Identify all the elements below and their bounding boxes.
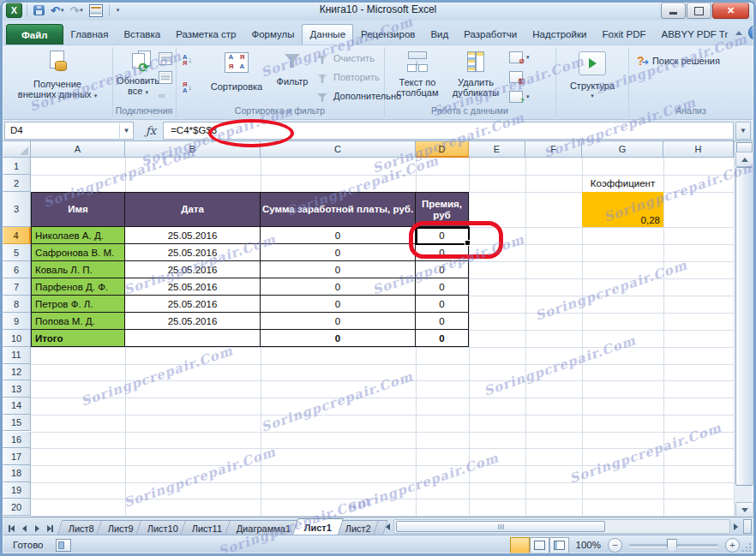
row-header-17[interactable]: 17 bbox=[3, 448, 31, 465]
row-header-12[interactable]: 12 bbox=[3, 364, 31, 381]
cell-salary-row9[interactable]: 0 bbox=[261, 313, 416, 330]
sheet-tab-Лист1[interactable]: Лист1 bbox=[292, 518, 345, 535]
row-header-11[interactable]: 11 bbox=[3, 347, 31, 364]
formula-input[interactable]: =C4*$G$3 bbox=[163, 122, 734, 140]
row-header-19[interactable]: 19 bbox=[3, 482, 31, 499]
zoom-in-button[interactable]: + bbox=[725, 538, 740, 553]
horizontal-scrollbar[interactable] bbox=[393, 519, 730, 534]
cell-name-row5[interactable]: Сафронова В. М. bbox=[31, 244, 125, 261]
clear-filter-button[interactable]: Очистить bbox=[315, 53, 375, 63]
edit-connections-button[interactable] bbox=[159, 71, 172, 84]
page-break-view-button[interactable] bbox=[549, 537, 569, 553]
column-header-E[interactable]: E bbox=[469, 141, 525, 158]
first-sheet-button[interactable] bbox=[6, 523, 17, 534]
expand-formula-bar-button[interactable]: ▼ bbox=[735, 122, 751, 140]
row-header-16[interactable]: 16 bbox=[3, 432, 31, 449]
row-header-9[interactable]: 9 bbox=[3, 313, 31, 330]
scroll-up-button[interactable] bbox=[735, 152, 753, 167]
vertical-scrollbar[interactable] bbox=[734, 141, 753, 517]
remove-duplicates-button[interactable]: Удалить дубликаты bbox=[447, 51, 504, 98]
column-header-G[interactable]: G bbox=[582, 141, 663, 158]
cell-bonus-row9[interactable]: 0 bbox=[416, 313, 469, 330]
cell-date-row4[interactable]: 25.05.2016 bbox=[125, 227, 261, 244]
cell-salary-row6[interactable]: 0 bbox=[261, 261, 416, 278]
cell-name-row7[interactable]: Парфенов Д. Ф. bbox=[31, 278, 125, 296]
zoom-out-button[interactable]: − bbox=[608, 538, 622, 553]
cell-name-row4[interactable]: Николаев А. Д. bbox=[31, 227, 125, 244]
tab-Надстройки[interactable]: Надстройки bbox=[525, 24, 594, 45]
tab-Разработчи[interactable]: Разработчи bbox=[456, 24, 525, 45]
cell-date-row7[interactable]: 25.05.2016 bbox=[125, 278, 261, 296]
cell-date-row8[interactable]: 25.05.2016 bbox=[125, 296, 261, 313]
edit-links-button[interactable]: ∞ bbox=[159, 90, 165, 100]
cell-total-date[interactable] bbox=[125, 330, 261, 347]
column-header-A[interactable]: A bbox=[31, 141, 125, 158]
zoom-slider-thumb[interactable] bbox=[667, 539, 677, 553]
row-header-5[interactable]: 5 bbox=[3, 244, 31, 261]
get-external-data-button[interactable]: Получение внешних данных ▾ bbox=[11, 51, 104, 101]
text-to-columns-button[interactable]: ↓ Текст по столбцам bbox=[391, 51, 444, 98]
row-header-18[interactable]: 18 bbox=[3, 465, 31, 482]
cell-date-row5[interactable]: 25.05.2016 bbox=[125, 244, 261, 261]
column-header-H[interactable]: H bbox=[663, 141, 734, 158]
collapse-ribbon-icon[interactable] bbox=[735, 31, 742, 35]
tab-Разметка стр[interactable]: Разметка стр bbox=[168, 24, 243, 45]
sort-ascending-button[interactable]: АЯ↓ bbox=[183, 54, 192, 66]
consolidate-button[interactable]: ◧ bbox=[509, 71, 523, 83]
tab-Foxit PDF[interactable]: Foxit PDF bbox=[594, 24, 653, 45]
tab-Формулы[interactable]: Формулы bbox=[243, 24, 302, 45]
help-icon[interactable]: ? bbox=[748, 25, 756, 40]
vertical-scroll-thumb[interactable] bbox=[735, 167, 753, 486]
row-header-15[interactable]: 15 bbox=[3, 415, 31, 432]
zoom-level[interactable]: 100% bbox=[576, 540, 601, 550]
refresh-all-button[interactable]: ⟳ Обновить все ▾ bbox=[116, 51, 160, 98]
table-header-name[interactable]: Имя bbox=[31, 192, 125, 227]
cell-bonus-row7[interactable]: 0 bbox=[416, 278, 469, 296]
worksheet-grid[interactable]: ABCDEFGH1234567891011121314151617181920К… bbox=[3, 141, 753, 517]
row-header-4[interactable]: 4 bbox=[3, 227, 31, 244]
macro-record-icon[interactable] bbox=[56, 539, 71, 552]
row-header-13[interactable]: 13 bbox=[3, 380, 31, 398]
selected-cell-D4[interactable] bbox=[416, 227, 470, 245]
cell-date-row6[interactable]: 25.05.2016 bbox=[125, 261, 261, 278]
cell-total-label[interactable]: Итого bbox=[31, 330, 125, 347]
outline-button[interactable]: Структура ▾ bbox=[566, 51, 619, 101]
scroll-right-button[interactable] bbox=[730, 520, 741, 533]
cell-total-salary[interactable]: 0 bbox=[261, 330, 416, 347]
next-sheet-button[interactable] bbox=[32, 523, 43, 534]
row-header-8[interactable]: 8 bbox=[3, 296, 31, 313]
row-header-2[interactable]: 2 bbox=[3, 175, 31, 192]
row-header-7[interactable]: 7 bbox=[3, 278, 31, 296]
cell-name-row6[interactable]: Коваль Л. П. bbox=[31, 261, 125, 278]
cell-bonus-row8[interactable]: 0 bbox=[416, 296, 469, 313]
tab-split-handle[interactable] bbox=[743, 519, 752, 534]
insert-function-icon[interactable]: ƒx bbox=[146, 124, 156, 137]
restore-button[interactable] bbox=[687, 3, 711, 19]
fill-handle[interactable] bbox=[465, 240, 471, 246]
cell-date-row9[interactable]: 25.05.2016 bbox=[125, 313, 261, 330]
tab-Главная[interactable]: Главная bbox=[63, 24, 117, 45]
tab-Вставка[interactable]: Вставка bbox=[116, 24, 168, 45]
reapply-filter-button[interactable]: Повторить bbox=[315, 72, 380, 82]
minimize-button[interactable] bbox=[661, 3, 686, 19]
data-validation-button[interactable]: ⊘▾ bbox=[509, 51, 530, 63]
table-header-bonus[interactable]: Премия, руб bbox=[416, 192, 469, 227]
select-all-corner[interactable] bbox=[3, 141, 31, 158]
tab-Вид[interactable]: Вид bbox=[423, 24, 456, 45]
column-header-D[interactable]: D bbox=[416, 141, 469, 158]
row-header-1[interactable]: 1 bbox=[3, 158, 31, 175]
tab-Данные[interactable]: Данные bbox=[302, 24, 353, 45]
table-header-date[interactable]: Дата bbox=[125, 192, 261, 227]
coefficient-label-cell[interactable]: Коэффициент bbox=[582, 175, 663, 192]
coefficient-value-cell[interactable]: 0,28 bbox=[582, 192, 663, 227]
cell-bonus-row5[interactable]: 0 bbox=[416, 244, 469, 261]
row-header-6[interactable]: 6 bbox=[3, 261, 31, 278]
solver-button[interactable]: ?➜ Поиск решения bbox=[637, 54, 720, 68]
what-if-analysis-button[interactable]: ?▾ bbox=[509, 91, 530, 103]
row-header-10[interactable]: 10 bbox=[3, 330, 31, 347]
sheet-tab-Диаграмма1[interactable]: Диаграмма1 bbox=[225, 520, 303, 535]
row-header-3[interactable]: 3 bbox=[3, 192, 31, 227]
cell-salary-row4[interactable]: 0 bbox=[261, 227, 416, 244]
close-button[interactable]: ✕ bbox=[712, 3, 749, 19]
name-box-dropdown-icon[interactable]: ▼ bbox=[119, 123, 133, 138]
